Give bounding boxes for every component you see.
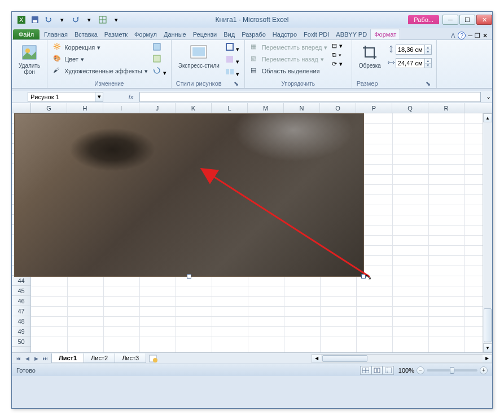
scroll-right-icon[interactable]: ▶ <box>483 355 492 362</box>
formula-bar-expand-icon[interactable]: ⌄ <box>484 92 492 102</box>
crop-button[interactable]: Обрезка <box>357 42 383 70</box>
dialog-launcher-icon[interactable]: ⬊ <box>425 80 432 87</box>
rotate-icon[interactable]: ⟳ ▾ <box>332 60 342 68</box>
col-header[interactable]: Q <box>392 103 428 113</box>
scroll-thumb[interactable] <box>322 355 367 362</box>
col-header[interactable]: I <box>103 103 139 113</box>
scroll-up-icon[interactable]: ▲ <box>483 113 492 122</box>
selection-pane-button[interactable]: ▤Область выделения <box>249 66 329 76</box>
bring-forward-button[interactable]: ▦Переместить вперед ▾ <box>249 42 329 52</box>
tab-insert[interactable]: Вставка <box>71 29 101 39</box>
scroll-left-icon[interactable]: ◀ <box>312 355 321 362</box>
page-layout-view-button[interactable] <box>371 366 383 375</box>
tab-addins[interactable]: Надстро <box>269 29 300 39</box>
picture-border-icon[interactable]: ▾ <box>225 42 239 53</box>
tab-pagelayout[interactable]: Разметк <box>101 29 131 39</box>
change-picture-icon[interactable] <box>152 54 166 64</box>
corrections-button[interactable]: 🔆Коррекция ▾ <box>52 42 148 52</box>
qat-dropdown-icon[interactable]: ▾ <box>85 15 94 24</box>
resize-handle-bottom[interactable] <box>187 274 191 278</box>
zoom-in-button[interactable]: + <box>480 366 488 374</box>
first-sheet-icon[interactable]: ⏮ <box>14 355 22 362</box>
tab-foxit[interactable]: Foxit PDI <box>300 29 332 39</box>
prev-sheet-icon[interactable]: ◀ <box>23 355 31 362</box>
color-button[interactable]: 🎨Цвет ▾ <box>52 54 148 64</box>
col-header[interactable]: J <box>139 103 176 113</box>
width-spinner[interactable]: ▲▼ <box>425 58 432 68</box>
col-header[interactable]: R <box>428 103 464 113</box>
help-icon[interactable]: ? <box>458 32 466 39</box>
row-header[interactable]: 44 <box>12 276 30 286</box>
close-button[interactable]: ✕ <box>476 15 492 25</box>
reset-picture-icon[interactable]: ▾ <box>152 66 166 77</box>
new-sheet-button[interactable] <box>148 354 159 363</box>
row-header[interactable]: 49 <box>12 326 30 337</box>
tab-developer[interactable]: Разрабо <box>238 29 269 39</box>
sheet-tab[interactable]: Лист3 <box>115 353 146 363</box>
width-input[interactable] <box>396 58 425 68</box>
row-header[interactable]: 47 <box>12 306 30 316</box>
group-objects-icon[interactable]: ⧉ ▾ <box>332 51 342 59</box>
last-sheet-icon[interactable]: ⏭ <box>41 355 49 362</box>
express-styles-button[interactable]: Экспресс-стили <box>176 42 222 70</box>
col-header[interactable]: L <box>212 103 248 113</box>
zoom-thumb[interactable] <box>450 367 454 374</box>
minimize-ribbon-icon[interactable]: ᐱ <box>451 32 455 39</box>
height-input[interactable] <box>396 45 425 55</box>
cells-area[interactable]: ⤡ <box>31 113 492 352</box>
zoom-out-button[interactable]: − <box>417 366 424 374</box>
file-tab[interactable]: Файл <box>13 29 40 39</box>
vertical-scrollbar[interactable]: ▲ ▼ <box>483 113 492 352</box>
tab-view[interactable]: Вид <box>220 29 238 39</box>
tab-data[interactable]: Данные <box>160 29 190 39</box>
normal-view-button[interactable] <box>360 366 371 375</box>
redo-icon[interactable] <box>71 15 80 24</box>
row-header[interactable]: 48 <box>12 316 30 326</box>
col-header[interactable]: O <box>320 103 356 113</box>
tab-review[interactable]: Рецензи <box>190 29 221 39</box>
tab-format[interactable]: Формат <box>370 29 400 39</box>
col-header[interactable]: P <box>356 103 392 113</box>
tab-home[interactable]: Главная <box>41 29 71 39</box>
tab-formulas[interactable]: Формул <box>131 29 160 39</box>
row-header[interactable]: 50 <box>12 337 30 347</box>
align-icon[interactable]: ⊟ ▾ <box>332 42 342 50</box>
col-header[interactable]: N <box>284 103 320 113</box>
zoom-level[interactable]: 100% <box>398 367 414 374</box>
maximize-button[interactable]: ☐ <box>459 15 475 25</box>
undo-icon[interactable] <box>44 15 53 24</box>
zoom-slider[interactable] <box>427 369 477 372</box>
name-box-dropdown[interactable]: ▾ <box>95 92 103 102</box>
picture-effects-icon[interactable]: ▾ <box>225 55 239 65</box>
minimize-button[interactable]: ─ <box>442 15 458 25</box>
window-minimize-icon[interactable]: ─ <box>468 32 472 39</box>
sheet-tab-active[interactable]: Лист1 <box>51 353 84 363</box>
qat-dropdown-icon[interactable]: ▾ <box>58 15 67 24</box>
page-break-view-button[interactable] <box>383 366 394 375</box>
artistic-effects-button[interactable]: 🖌Художественные эффекты ▾ <box>52 66 148 76</box>
save-icon[interactable] <box>30 15 40 24</box>
scroll-down-icon[interactable]: ▼ <box>483 343 492 352</box>
compress-icon[interactable] <box>152 42 166 52</box>
name-box[interactable]: Рисунок 1 <box>28 92 95 102</box>
scroll-thumb[interactable] <box>484 308 492 342</box>
remove-background-button[interactable]: Удалить фон <box>16 42 42 76</box>
sheet-tab[interactable]: Лист2 <box>84 353 115 363</box>
grid-icon[interactable] <box>98 15 107 24</box>
send-backward-button[interactable]: ▧Переместить назад ▾ <box>249 54 329 64</box>
formula-input[interactable] <box>139 92 481 102</box>
dialog-launcher-icon[interactable]: ⬊ <box>233 80 240 87</box>
col-header[interactable]: K <box>176 103 212 113</box>
tab-abbyy[interactable]: ABBYY PD <box>332 29 370 39</box>
col-header[interactable]: M <box>248 103 284 113</box>
qat-customize-icon[interactable]: ▾ <box>112 15 121 24</box>
col-header[interactable]: G <box>31 103 67 113</box>
picture-layout-icon[interactable]: ▾ <box>225 67 239 78</box>
row-header[interactable]: 45 <box>12 286 30 296</box>
select-all-corner[interactable] <box>12 103 31 113</box>
next-sheet-icon[interactable]: ▶ <box>32 355 40 362</box>
horizontal-scrollbar[interactable]: ◀ ▶ <box>312 354 492 363</box>
row-header[interactable]: 46 <box>12 296 30 306</box>
window-restore-icon[interactable]: ❐ <box>475 32 480 39</box>
fx-button[interactable]: fx <box>126 92 136 102</box>
